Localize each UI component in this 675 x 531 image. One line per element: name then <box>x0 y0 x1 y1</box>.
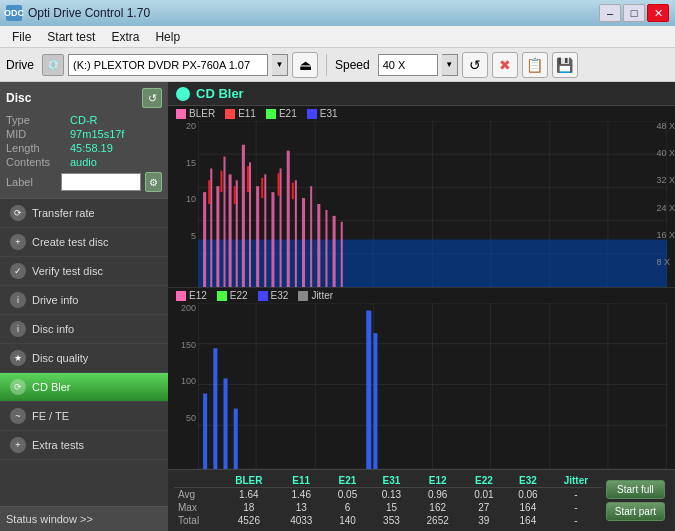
max-e21: 6 <box>325 501 369 514</box>
svg-rect-41 <box>278 173 280 196</box>
bottom-chart-container: E12 E22 E32 Jitter <box>168 288 675 469</box>
max-bler: 18 <box>221 501 277 514</box>
bler-color <box>176 109 186 119</box>
total-e11: 4033 <box>277 514 325 527</box>
svg-rect-39 <box>247 166 249 192</box>
create-test-disc-label: Create test disc <box>32 236 108 248</box>
max-e22: 27 <box>462 501 506 514</box>
close-button[interactable]: ✕ <box>647 4 669 22</box>
bottom-chart-legend: E12 E22 E32 Jitter <box>168 288 675 303</box>
legend-e22: E22 <box>217 290 248 301</box>
minimize-button[interactable]: – <box>599 4 621 22</box>
speed-dropdown-arrow[interactable]: ▼ <box>442 54 458 76</box>
maximize-button[interactable]: □ <box>623 4 645 22</box>
avg-e22: 0.01 <box>462 488 506 502</box>
drive-dropdown[interactable]: (K:) PLEXTOR DVDR PX-760A 1.07 <box>68 54 268 76</box>
label-settings-button[interactable]: ⚙ <box>145 172 162 192</box>
eject-button[interactable]: ⏏ <box>292 52 318 78</box>
total-bler: 4526 <box>221 514 277 527</box>
stats-max-row: Max 18 13 6 15 162 27 164 - <box>174 501 602 514</box>
svg-rect-42 <box>292 183 294 200</box>
menu-extra[interactable]: Extra <box>103 28 147 46</box>
total-jitter: - <box>550 514 602 527</box>
sidebar-item-disc-info[interactable]: i Disc info <box>0 315 168 344</box>
legend-bler: BLER <box>176 108 215 119</box>
col-header-e22: E22 <box>462 474 506 488</box>
drive-info-icon: i <box>10 292 26 308</box>
y-label-20: 20 <box>168 121 196 131</box>
avg-e32: 0.06 <box>506 488 550 502</box>
sidebar-item-drive-info[interactable]: i Drive info <box>0 286 168 315</box>
e11-color <box>225 109 235 119</box>
disc-header: Disc ↺ <box>6 88 162 108</box>
max-e32: 164 <box>506 501 550 514</box>
menu-start-test[interactable]: Start test <box>39 28 103 46</box>
total-e22: 39 <box>462 514 506 527</box>
label-input[interactable] <box>61 173 141 191</box>
svg-rect-27 <box>280 168 282 287</box>
verify-test-disc-icon: ✓ <box>10 263 26 279</box>
status-window-label: Status window >> <box>6 513 93 525</box>
clear-button[interactable]: ✖ <box>492 52 518 78</box>
fe-te-icon: ~ <box>10 408 26 424</box>
sidebar-item-transfer-rate[interactable]: ⟳ Transfer rate <box>0 199 168 228</box>
sidebar-item-disc-quality[interactable]: ★ Disc quality <box>0 344 168 373</box>
menu-file[interactable]: File <box>4 28 39 46</box>
start-part-button[interactable]: Start part <box>606 502 665 521</box>
sidebar-item-cd-bler[interactable]: ⟳ CD Bler <box>0 373 168 402</box>
length-label: Length <box>6 142 66 154</box>
svg-rect-24 <box>256 186 259 287</box>
top-y-axis-left: 20 15 10 5 <box>168 121 196 267</box>
transfer-rate-label: Transfer rate <box>32 207 95 219</box>
window-controls: – □ ✕ <box>599 4 669 22</box>
e31-label: E31 <box>320 108 338 119</box>
top-chart-container: BLER E11 E21 E31 <box>168 106 675 288</box>
svg-rect-37 <box>220 171 222 192</box>
start-full-button[interactable]: Start full <box>606 480 665 499</box>
legend-e21: E21 <box>266 108 297 119</box>
drive-dropdown-arrow[interactable]: ▼ <box>272 54 288 76</box>
save-button[interactable]: 💾 <box>552 52 578 78</box>
top-chart-area: 0 10 20 30 40 50 60 70 80 min 20 15 10 5 <box>168 121 675 287</box>
status-window-button[interactable]: Status window >> <box>0 506 168 531</box>
mid-label: MID <box>6 128 66 140</box>
col-header-e31: E31 <box>369 474 413 488</box>
col-header-e11: E11 <box>277 474 325 488</box>
yr-40x: 40 X <box>656 148 675 158</box>
yr-16x: 16 X <box>656 230 675 240</box>
disc-type-row: Type CD-R <box>6 114 162 126</box>
sidebar-item-verify-test-disc[interactable]: ✓ Verify test disc <box>0 257 168 286</box>
refresh-button[interactable]: ↺ <box>462 52 488 78</box>
type-value: CD-R <box>70 114 98 126</box>
y-label-15: 15 <box>168 158 196 168</box>
total-label: Total <box>174 514 221 527</box>
chart-title-icon <box>176 87 190 101</box>
menu-help[interactable]: Help <box>147 28 188 46</box>
disc-refresh-button[interactable]: ↺ <box>142 88 162 108</box>
legend-e12: E12 <box>176 290 207 301</box>
contents-label: Contents <box>6 156 66 168</box>
stats-table: BLER E11 E21 E31 E12 E22 E32 Jitter Avg <box>174 474 602 527</box>
export-button[interactable]: 📋 <box>522 52 548 78</box>
avg-e12: 0.96 <box>413 488 461 502</box>
yr-8x: 8 X <box>656 257 675 267</box>
speed-dropdown[interactable]: 40 X <box>378 54 438 76</box>
svg-rect-32 <box>317 204 320 287</box>
sidebar-item-extra-tests[interactable]: + Extra tests <box>0 431 168 460</box>
drive-icon: 💿 <box>42 54 64 76</box>
toolbar: Drive 💿 (K:) PLEXTOR DVDR PX-760A 1.07 ▼… <box>0 48 675 82</box>
sidebar-item-fe-te[interactable]: ~ FE / TE <box>0 402 168 431</box>
svg-rect-67 <box>213 348 217 469</box>
sidebar: Disc ↺ Type CD-R MID 97m15s17f Length 45… <box>0 82 168 531</box>
legend-e32: E32 <box>258 290 289 301</box>
svg-rect-22 <box>242 145 245 287</box>
max-e31: 15 <box>369 501 413 514</box>
col-header-e32: E32 <box>506 474 550 488</box>
total-e12: 2652 <box>413 514 461 527</box>
disc-section-title: Disc <box>6 91 31 105</box>
svg-rect-70 <box>366 311 371 469</box>
stats-total-row: Total 4526 4033 140 353 2652 39 164 - <box>174 514 602 527</box>
e22-label: E22 <box>230 290 248 301</box>
sidebar-item-create-test-disc[interactable]: + Create test disc <box>0 228 168 257</box>
svg-rect-33 <box>325 210 327 287</box>
